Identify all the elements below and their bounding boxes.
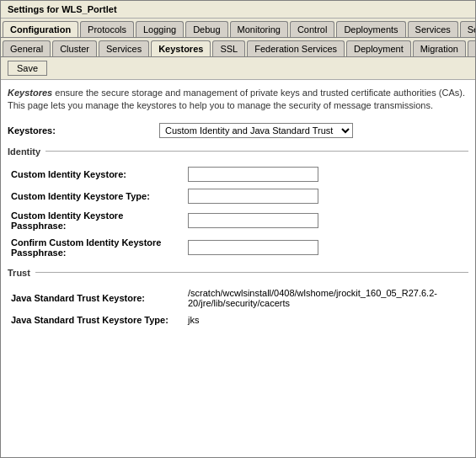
tab-ssl[interactable]: SSL	[212, 40, 245, 56]
tab-debug[interactable]: Debug	[185, 21, 227, 37]
keystores-label: Keystores:	[8, 125, 159, 136]
tab-deployment[interactable]: Deployment	[346, 40, 411, 56]
tab-monitoring[interactable]: Monitoring	[230, 21, 288, 37]
title-bar: Settings for WLS_Portlet	[1, 1, 475, 19]
java-standard-trust-keystore-row: Java Standard Trust Keystore: /scratch/w…	[8, 285, 468, 312]
tab-tuning[interactable]: Tuning...	[468, 40, 475, 56]
window-title: Settings for WLS_Portlet	[8, 4, 117, 14]
confirm-custom-identity-passphrase-input[interactable]	[188, 240, 318, 255]
save-button[interactable]: Save	[8, 61, 47, 76]
identity-divider: Identity	[8, 146, 468, 157]
custom-identity-keystore-label: Custom Identity Keystore:	[8, 163, 185, 185]
tab-keystores[interactable]: Keystores	[151, 40, 211, 57]
tab-control[interactable]: Control	[290, 21, 334, 37]
description-text: Keystores ensure the secure storage and …	[8, 87, 468, 113]
tab-cluster[interactable]: Cluster	[52, 40, 97, 56]
tab-logging[interactable]: Logging	[136, 21, 184, 37]
custom-identity-keystore-row: Custom Identity Keystore:	[8, 163, 468, 185]
keystores-select[interactable]: Custom Identity and Java Standard Trust	[159, 123, 353, 138]
identity-divider-line	[45, 151, 468, 152]
tab-services[interactable]: Services	[408, 21, 458, 37]
java-standard-trust-keystore-type-label: Java Standard Trust Keystore Type:	[8, 312, 185, 328]
custom-identity-passphrase-label: Custom Identity KeystorePassphrase:	[8, 207, 185, 234]
main-window: Settings for WLS_Portlet Configuration P…	[0, 0, 476, 458]
tab-configuration[interactable]: Configuration	[3, 21, 78, 38]
content-area: Keystores ensure the secure storage and …	[1, 80, 475, 457]
tab-general[interactable]: General	[3, 40, 51, 56]
custom-identity-passphrase-input[interactable]	[188, 213, 318, 228]
custom-identity-keystore-value	[185, 163, 468, 185]
tab-row-1: Configuration Protocols Logging Debug Mo…	[1, 19, 475, 38]
keystores-row: Keystores: Custom Identity and Java Stan…	[8, 123, 468, 138]
custom-identity-passphrase-value	[185, 207, 468, 234]
trust-form-table: Java Standard Trust Keystore: /scratch/w…	[8, 285, 468, 328]
custom-identity-keystore-input[interactable]	[188, 167, 318, 182]
trust-section-label: Trust	[8, 268, 30, 278]
trust-divider-line	[35, 272, 468, 273]
confirm-custom-identity-passphrase-label: Confirm Custom Identity KeystorePassphra…	[8, 234, 185, 261]
tab-security[interactable]: Securit...	[460, 21, 475, 37]
identity-section-label: Identity	[8, 146, 40, 157]
custom-identity-keystore-type-input[interactable]	[188, 189, 318, 204]
tab-federation-services[interactable]: Federation Services	[247, 40, 345, 56]
java-standard-trust-keystore-value: /scratch/wcwlsinstall/0408/wlshome/jrock…	[185, 285, 468, 312]
java-standard-trust-keystore-label: Java Standard Trust Keystore:	[8, 285, 185, 312]
save-row: Save	[1, 57, 475, 80]
custom-identity-keystore-type-label: Custom Identity Keystore Type:	[8, 185, 185, 207]
description-rest: ensure the secure storage and management…	[8, 88, 465, 110]
identity-form-table: Custom Identity Keystore: Custom Identit…	[8, 163, 468, 261]
java-standard-trust-keystore-type-value: jks	[185, 312, 468, 328]
tab-migration[interactable]: Migration	[413, 40, 466, 56]
trust-divider: Trust	[8, 268, 468, 278]
tab-protocols[interactable]: Protocols	[80, 21, 134, 37]
tab-deployments[interactable]: Deployments	[336, 21, 405, 37]
custom-identity-keystore-type-value	[185, 185, 468, 207]
confirm-custom-identity-passphrase-value	[185, 234, 468, 261]
confirm-custom-identity-passphrase-row: Confirm Custom Identity KeystorePassphra…	[8, 234, 468, 261]
custom-identity-passphrase-row: Custom Identity KeystorePassphrase:	[8, 207, 468, 234]
custom-identity-keystore-type-row: Custom Identity Keystore Type:	[8, 185, 468, 207]
tab-row-2: General Cluster Services Keystores SSL F…	[1, 38, 475, 57]
tab-services-2[interactable]: Services	[99, 40, 149, 56]
description-bold: Keystores	[8, 88, 52, 98]
java-standard-trust-keystore-type-row: Java Standard Trust Keystore Type: jks	[8, 312, 468, 328]
